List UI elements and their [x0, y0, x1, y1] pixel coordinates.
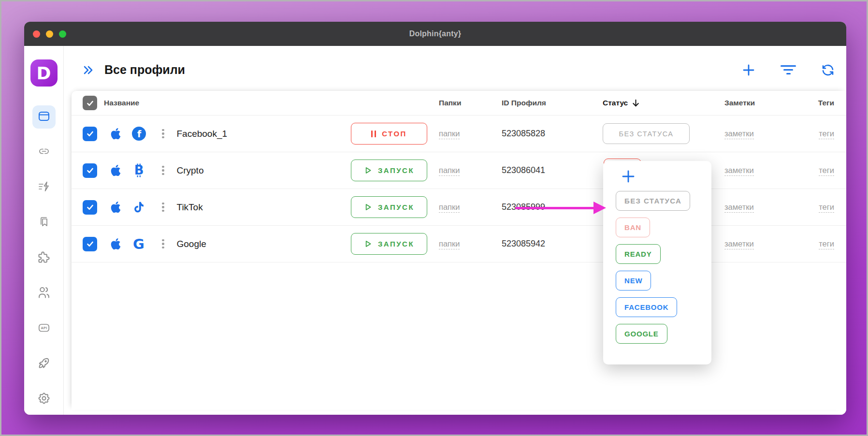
- tiktok-icon: [131, 200, 146, 214]
- profile-name: Crypto: [177, 165, 204, 176]
- tags-link[interactable]: теги: [819, 239, 834, 249]
- folders-link[interactable]: папки: [439, 129, 460, 139]
- check-icon: [86, 130, 94, 138]
- row-checkbox[interactable]: [83, 127, 97, 141]
- action-label: ЗАПУСК: [378, 203, 414, 211]
- table-row: B Crypto ЗАПУСК папки 523086041: [72, 152, 846, 189]
- folders-link[interactable]: папки: [439, 166, 460, 176]
- sidebar-item-settings[interactable]: [32, 388, 56, 411]
- column-header-folders: Папки: [439, 99, 502, 107]
- tags-link[interactable]: теги: [819, 166, 834, 176]
- filter-icon: [781, 65, 796, 74]
- column-header-id: ID Профиля: [502, 99, 603, 107]
- sidebar-item-proxy[interactable]: [32, 141, 56, 164]
- play-icon: [364, 240, 372, 248]
- api-icon-label: API: [41, 326, 47, 330]
- row-menu-button[interactable]: [160, 127, 166, 141]
- profile-name: Google: [177, 239, 206, 249]
- create-profile-button[interactable]: [741, 62, 756, 78]
- link-icon: [37, 145, 51, 160]
- minimize-window-button[interactable]: [46, 30, 53, 38]
- row-checkbox[interactable]: [83, 237, 97, 251]
- automation-icon: [37, 180, 51, 195]
- folders-link[interactable]: папки: [439, 239, 460, 249]
- sidebar-item-automation[interactable]: [32, 176, 56, 199]
- double-chevron-right-icon: [81, 63, 95, 77]
- api-icon: API: [37, 321, 51, 336]
- traffic-lights: [33, 22, 66, 46]
- profile-id: 523085942: [502, 239, 545, 248]
- bitcoin-icon: B: [131, 163, 146, 178]
- filter-button[interactable]: [781, 62, 796, 78]
- launch-button[interactable]: ЗАПУСК: [351, 160, 427, 181]
- status-option-new[interactable]: NEW: [616, 271, 651, 291]
- row-menu-button[interactable]: [160, 201, 166, 214]
- folders-link[interactable]: папки: [439, 203, 460, 213]
- refresh-button[interactable]: [820, 62, 836, 78]
- sidebar-item-updates[interactable]: [32, 352, 56, 376]
- refresh-icon: [821, 63, 835, 77]
- sidebar-nav: API: [32, 105, 56, 411]
- apple-icon: [108, 200, 123, 215]
- notes-link[interactable]: заметки: [724, 129, 754, 139]
- rocket-icon: [37, 356, 51, 372]
- bookmarks-icon: [37, 215, 51, 231]
- desktop-background: Dolphin{anty} D: [0, 0, 868, 436]
- sidebar-item-api[interactable]: API: [32, 317, 56, 340]
- settings-icon: [37, 392, 51, 407]
- status-dropdown: БЕЗ СТАТУСА BAN READY NEW FACEBOOK GOOGL…: [603, 161, 711, 364]
- status-option-ban[interactable]: BAN: [616, 218, 650, 237]
- table-row: G Google ЗАПУСК папки 523085942: [72, 226, 846, 262]
- apple-icon: [108, 163, 123, 178]
- sidebar-item-bookmarks[interactable]: [32, 211, 56, 234]
- annotation-arrow: [515, 207, 594, 209]
- status-option-facebook[interactable]: FACEBOOK: [616, 297, 677, 317]
- action-label: СТОП: [382, 130, 407, 138]
- table-header-row: Название Папки ID Профиля Статус Заметки…: [72, 91, 846, 116]
- check-icon: [86, 166, 94, 174]
- status-option-ready[interactable]: READY: [616, 244, 661, 264]
- sidebar-item-browser-profiles[interactable]: [32, 105, 56, 129]
- row-checkbox[interactable]: [83, 163, 97, 178]
- status-button[interactable]: БЕЗ СТАТУСА: [603, 123, 690, 144]
- close-window-button[interactable]: [33, 30, 40, 38]
- status-option-google[interactable]: GOOGLE: [616, 324, 667, 344]
- column-header-status[interactable]: Статус: [603, 99, 724, 108]
- titlebar: Dolphin{anty}: [24, 22, 846, 46]
- table-row: TikTok ЗАПУСК папки 523085999 заметки: [72, 189, 846, 226]
- status-option-no-status[interactable]: БЕЗ СТАТУСА: [616, 191, 690, 211]
- sort-descending-icon: [632, 99, 640, 108]
- launch-button[interactable]: ЗАПУСК: [351, 196, 427, 218]
- row-menu-button[interactable]: [160, 237, 166, 251]
- tags-link[interactable]: теги: [819, 203, 834, 213]
- sidebar-item-team[interactable]: [32, 282, 56, 305]
- plus-icon: [621, 169, 636, 184]
- stop-button[interactable]: СТОП: [351, 123, 427, 145]
- browser-profiles-icon: [37, 109, 51, 125]
- notes-link[interactable]: заметки: [724, 166, 754, 176]
- profile-name: TikTok: [177, 202, 203, 213]
- window-title: Dolphin{anty}: [409, 29, 462, 38]
- select-all-checkbox[interactable]: [83, 96, 97, 110]
- profile-name: Facebook_1: [177, 129, 228, 139]
- notes-link[interactable]: заметки: [724, 239, 754, 249]
- sidebar-item-extensions[interactable]: [32, 247, 56, 270]
- tags-link[interactable]: теги: [819, 129, 834, 139]
- google-icon: G: [131, 236, 146, 252]
- users-icon: [37, 286, 51, 301]
- column-header-notes: Заметки: [724, 99, 816, 107]
- collapse-sidebar-button[interactable]: [81, 63, 95, 77]
- launch-button[interactable]: ЗАПУСК: [351, 233, 427, 255]
- table-row: f Facebook_1 СТОП папки 523085828: [72, 116, 846, 152]
- row-menu-button[interactable]: [160, 164, 166, 177]
- svg-text:B: B: [134, 163, 144, 177]
- add-status-button[interactable]: [621, 169, 636, 184]
- fullscreen-window-button[interactable]: [59, 30, 66, 38]
- row-checkbox[interactable]: [83, 200, 97, 215]
- profile-id: 523086041: [502, 165, 545, 175]
- notes-link[interactable]: заметки: [724, 203, 754, 213]
- play-icon: [364, 166, 372, 174]
- pause-icon: [371, 131, 376, 137]
- sidebar: D: [24, 46, 64, 415]
- dolphin-logo: D: [30, 59, 58, 87]
